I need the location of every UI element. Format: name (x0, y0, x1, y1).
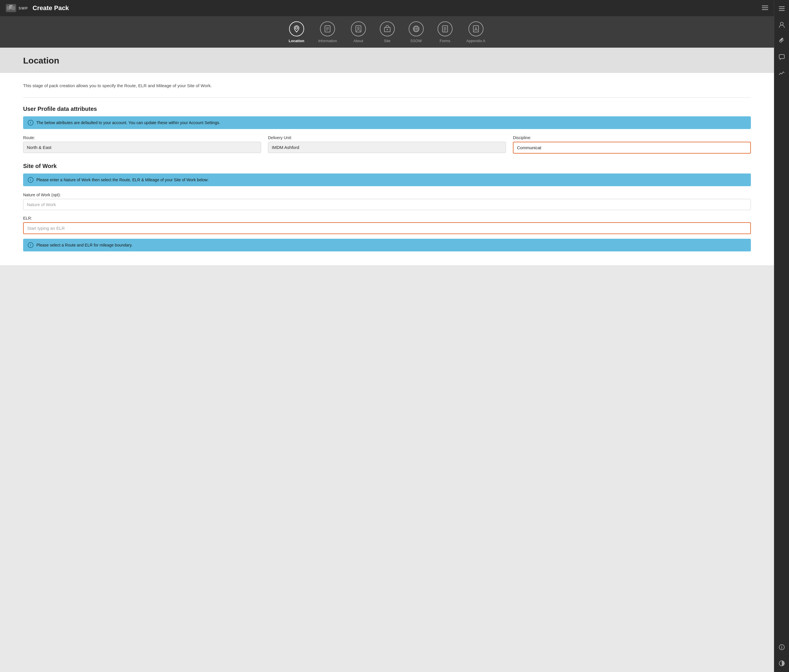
page-body: Location This stage of pack creation all… (0, 48, 774, 672)
svg-rect-2 (11, 6, 15, 10)
info-banner-icon: i (28, 120, 34, 126)
discipline-group: Discipline: (513, 135, 751, 154)
location-section-title: Location (23, 56, 751, 65)
user-profile-form-row: Route: Delivery Unit: Discipline: (23, 135, 751, 154)
delivery-unit-label: Delivery Unit: (268, 135, 506, 140)
topbar: SWP Create Pack (0, 0, 774, 16)
step-location-label: Location (289, 39, 304, 43)
step-appendix-a-circle (468, 21, 484, 37)
step-appendix-a[interactable]: Appendix A (466, 21, 486, 43)
site-of-work-section: Site of Work i Please enter a Nature of … (23, 163, 751, 252)
svg-rect-29 (779, 10, 785, 11)
nature-of-work-group: Nature of Work (opt): (23, 193, 751, 210)
svg-rect-5 (762, 9, 768, 10)
step-ssow[interactable]: SSOW (409, 21, 424, 43)
svg-point-34 (781, 646, 782, 646)
svg-rect-28 (779, 8, 785, 9)
hamburger-sidebar-icon[interactable] (777, 4, 786, 13)
user-profile-banner-text: The below attributes are defaulted to yo… (37, 120, 220, 125)
step-forms[interactable]: Forms (438, 21, 452, 43)
step-information-label: Information (318, 39, 337, 43)
hamburger-button[interactable] (762, 5, 768, 11)
comment-sidebar-icon[interactable] (777, 53, 786, 62)
site-banner-text: Please enter a Nature of Work then selec… (37, 178, 209, 182)
nature-of-work-label: Nature of Work (opt): (23, 193, 751, 197)
bottom-banner-icon: i (28, 242, 34, 248)
page-title: Create Pack (33, 4, 69, 12)
step-appendix-a-label: Appendix A (466, 39, 486, 43)
svg-rect-27 (779, 6, 785, 7)
step-about-label: About (353, 39, 363, 43)
route-group: Route: (23, 135, 261, 154)
right-sidebar (774, 0, 789, 672)
step-location[interactable]: Location (289, 21, 304, 43)
step-information-circle (320, 21, 335, 37)
step-ssow-circle (409, 21, 424, 37)
step-forms-label: Forms (439, 39, 450, 43)
paperclip-sidebar-icon[interactable] (777, 37, 786, 46)
step-site[interactable]: Site (380, 21, 395, 43)
step-site-circle (380, 21, 395, 37)
contrast-sidebar-icon[interactable] (777, 659, 786, 668)
logo: SWP (6, 4, 28, 12)
description-text: This stage of pack creation allows you t… (23, 83, 751, 88)
svg-point-30 (780, 22, 783, 25)
steps-bar: Location Information Abou (0, 16, 774, 48)
svg-rect-25 (473, 26, 479, 32)
route-input[interactable] (23, 142, 261, 153)
delivery-unit-group: Delivery Unit: (268, 135, 506, 154)
svg-point-6 (295, 27, 298, 29)
step-location-circle (289, 21, 304, 37)
location-header: Location (0, 48, 774, 73)
nature-of-work-input[interactable] (23, 199, 751, 210)
logo-text: SWP (19, 6, 28, 10)
route-label: Route: (23, 135, 261, 140)
user-profile-section: User Profile data attributes i The below… (23, 106, 751, 154)
user-profile-banner: i The below attributes are defaulted to … (23, 116, 751, 129)
step-site-label: Site (384, 39, 390, 43)
delivery-unit-input[interactable] (268, 142, 506, 153)
site-of-work-banner: i Please enter a Nature of Work then sel… (23, 174, 751, 186)
step-forms-circle (438, 21, 452, 37)
svg-rect-31 (779, 54, 784, 59)
svg-rect-4 (762, 7, 768, 8)
content-area: This stage of pack creation allows you t… (0, 73, 774, 265)
step-information[interactable]: Information (318, 21, 337, 43)
svg-rect-3 (762, 5, 768, 6)
chart-sidebar-icon[interactable] (777, 69, 786, 78)
site-of-work-title: Site of Work (23, 163, 751, 169)
logo-icon (6, 4, 16, 12)
step-about[interactable]: About (351, 21, 366, 43)
elr-label: ELR: (23, 216, 751, 221)
elr-input[interactable] (23, 222, 751, 234)
svg-point-12 (358, 27, 359, 29)
user-sidebar-icon[interactable] (777, 20, 786, 29)
site-banner-icon: i (28, 177, 34, 183)
discipline-label: Discipline: (513, 135, 751, 140)
info-sidebar-icon[interactable] (777, 643, 786, 652)
user-profile-title: User Profile data attributes (23, 106, 751, 112)
discipline-input[interactable] (513, 142, 751, 154)
step-ssow-label: SSOW (410, 39, 422, 43)
bottom-info-banner: i Please select a Route and ELR for mile… (23, 239, 751, 252)
step-about-circle (351, 21, 366, 37)
bottom-banner-text: Please select a Route and ELR for mileag… (37, 243, 133, 247)
elr-group: ELR: (23, 216, 751, 234)
